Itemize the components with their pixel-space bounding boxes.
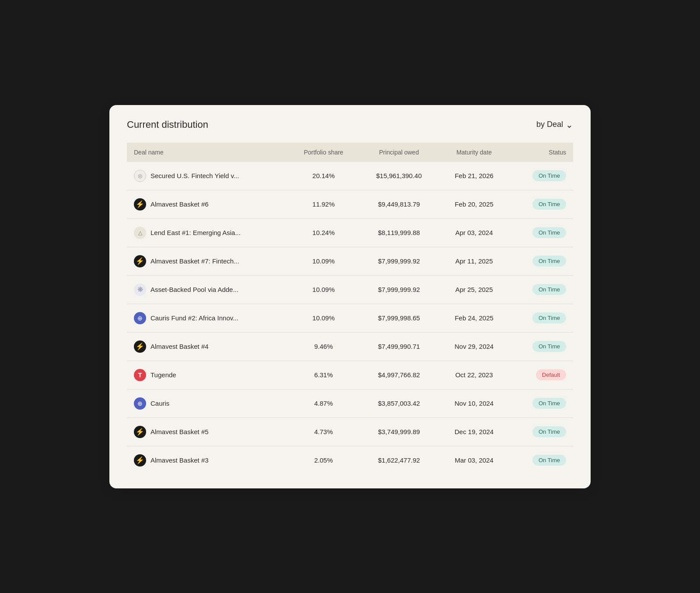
status-cell: On Time: [509, 418, 573, 446]
status-badge: On Time: [532, 312, 566, 323]
status-cell: On Time: [509, 275, 573, 304]
portfolio-share-value: 2.05%: [288, 446, 359, 474]
portfolio-share-value: 10.09%: [288, 247, 359, 275]
maturity-date-value: Feb 20, 2025: [439, 190, 510, 218]
deal-name-cell: ⚡Almavest Basket #6: [127, 190, 288, 218]
principal-owed-value: $7,999,999.92: [359, 275, 439, 304]
maturity-date-value: Nov 29, 2024: [439, 332, 510, 361]
principal-owed-value: $15,961,390.40: [359, 162, 439, 190]
deal-icon-almavest: ⚡: [134, 340, 146, 353]
status-cell: On Time: [509, 190, 573, 218]
maturity-date-value: Apr 03, 2024: [439, 218, 510, 247]
status-cell: On Time: [509, 332, 573, 361]
status-cell: On Time: [509, 304, 573, 332]
deal-name-cell: △Lend East #1: Emerging Asia...: [127, 218, 288, 247]
table-row: △Lend East #1: Emerging Asia...10.24%$8,…: [127, 218, 573, 247]
status-badge: On Time: [532, 341, 566, 352]
status-cell: On Time: [509, 218, 573, 247]
table-header: Deal name Portfolio share Principal owed…: [127, 143, 573, 162]
portfolio-share-value: 11.92%: [288, 190, 359, 218]
col-deal-name: Deal name: [127, 143, 288, 162]
status-cell: On Time: [509, 389, 573, 418]
distribution-table: Deal name Portfolio share Principal owed…: [127, 143, 573, 474]
status-badge: On Time: [532, 455, 566, 466]
portfolio-share-value: 10.09%: [288, 304, 359, 332]
deal-name-text: Almavest Basket #4: [150, 343, 209, 350]
table-row: ⚡Almavest Basket #611.92%$9,449,813.79Fe…: [127, 190, 573, 218]
deal-name-cell: ◎Secured U.S. Fintech Yield v...: [127, 162, 288, 190]
chevron-down-icon: ⌄: [566, 119, 573, 130]
maturity-date-value: Nov 10, 2024: [439, 389, 510, 418]
principal-owed-value: $7,999,998.65: [359, 304, 439, 332]
status-cell: On Time: [509, 162, 573, 190]
deal-name-text: Secured U.S. Fintech Yield v...: [150, 172, 239, 179]
deal-name-text: Cauris Fund #2: Africa Innov...: [150, 314, 238, 322]
table-row: ⚡Almavest Basket #32.05%$1,622,477.92Mar…: [127, 446, 573, 474]
deal-name-text: Cauris: [150, 400, 169, 407]
deal-name-cell: ⚡Almavest Basket #5: [127, 418, 288, 446]
deal-name-cell: ⊕Cauris Fund #2: Africa Innov...: [127, 304, 288, 332]
status-badge: On Time: [532, 284, 566, 295]
col-principal-owed: Principal owed: [359, 143, 439, 162]
principal-owed-value: $3,749,999.89: [359, 418, 439, 446]
principal-owed-value: $8,119,999.88: [359, 218, 439, 247]
deal-icon-tugende: T: [134, 369, 146, 381]
deal-name-text: Almavest Basket #5: [150, 428, 209, 435]
col-portfolio-share: Portfolio share: [288, 143, 359, 162]
status-cell: On Time: [509, 247, 573, 275]
filter-dropdown[interactable]: by Deal ⌄: [536, 119, 573, 130]
distribution-card: Current distribution by Deal ⌄ Deal name…: [109, 105, 591, 488]
maturity-date-value: Apr 25, 2025: [439, 275, 510, 304]
deal-icon-cauris: ⊕: [134, 397, 146, 410]
header-row: Deal name Portfolio share Principal owed…: [127, 143, 573, 162]
status-badge: On Time: [532, 256, 566, 267]
deal-icon-cauris: ⊕: [134, 312, 146, 324]
principal-owed-value: $7,999,999.92: [359, 247, 439, 275]
table-row: ⚡Almavest Basket #54.73%$3,749,999.89Dec…: [127, 418, 573, 446]
deal-name-text: Almavest Basket #3: [150, 456, 209, 464]
portfolio-share-value: 4.73%: [288, 418, 359, 446]
table-row: ⊕Cauris Fund #2: Africa Innov...10.09%$7…: [127, 304, 573, 332]
deal-icon-asset-backed: ❋: [134, 284, 146, 296]
portfolio-share-value: 20.14%: [288, 162, 359, 190]
deal-icon-almavest: ⚡: [134, 454, 146, 467]
portfolio-share-value: 6.31%: [288, 361, 359, 389]
card-header: Current distribution by Deal ⌄: [127, 119, 573, 130]
maturity-date-value: Feb 24, 2025: [439, 304, 510, 332]
maturity-date-value: Oct 22, 2023: [439, 361, 510, 389]
deal-icon-almavest: ⚡: [134, 198, 146, 211]
principal-owed-value: $1,622,477.92: [359, 446, 439, 474]
status-cell: On Time: [509, 446, 573, 474]
deal-icon-lend-east: △: [134, 227, 146, 239]
table-row: ⚡Almavest Basket #49.46%$7,499,990.71Nov…: [127, 332, 573, 361]
principal-owed-value: $3,857,003.42: [359, 389, 439, 418]
deal-icon-almavest: ⚡: [134, 426, 146, 438]
principal-owed-value: $9,449,813.79: [359, 190, 439, 218]
deal-name-cell: ⚡Almavest Basket #7: Fintech...: [127, 247, 288, 275]
deal-name-text: Almavest Basket #7: Fintech...: [150, 257, 239, 265]
portfolio-share-value: 10.24%: [288, 218, 359, 247]
table-row: ⊕Cauris4.87%$3,857,003.42Nov 10, 2024On …: [127, 389, 573, 418]
status-badge: Default: [536, 369, 566, 380]
portfolio-share-value: 10.09%: [288, 275, 359, 304]
deal-icon-almavest: ⚡: [134, 255, 146, 267]
principal-owed-value: $4,997,766.82: [359, 361, 439, 389]
deal-name-cell: ⊕Cauris: [127, 389, 288, 418]
maturity-date-value: Apr 11, 2025: [439, 247, 510, 275]
status-badge: On Time: [532, 227, 566, 238]
deal-name-cell: ❋Asset-Backed Pool via Adde...: [127, 275, 288, 304]
deal-icon-secured: ◎: [134, 170, 146, 182]
status-badge: On Time: [532, 199, 566, 210]
maturity-date-value: Dec 19, 2024: [439, 418, 510, 446]
deal-name-text: Tugende: [150, 371, 176, 379]
status-badge: On Time: [532, 398, 566, 409]
table-row: ❋Asset-Backed Pool via Adde...10.09%$7,9…: [127, 275, 573, 304]
status-badge: On Time: [532, 170, 566, 181]
card-title: Current distribution: [127, 119, 208, 130]
table-row: ⚡Almavest Basket #7: Fintech...10.09%$7,…: [127, 247, 573, 275]
maturity-date-value: Mar 03, 2024: [439, 446, 510, 474]
deal-name-cell: TTugende: [127, 361, 288, 389]
deal-name-text: Lend East #1: Emerging Asia...: [150, 229, 241, 236]
maturity-date-value: Feb 21, 2026: [439, 162, 510, 190]
deal-name-text: Almavest Basket #6: [150, 200, 209, 208]
